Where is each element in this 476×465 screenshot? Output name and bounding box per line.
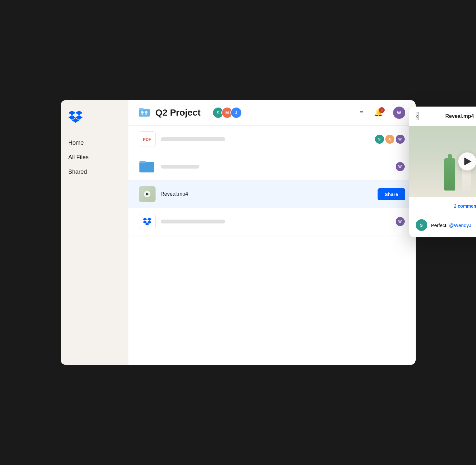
sidebar-item-home[interactable]: Home [68, 137, 121, 149]
dropbox-file-icon-wrap [139, 214, 156, 229]
file-list: PDF S A W [128, 126, 416, 365]
notification-badge: 3 [379, 107, 385, 113]
svg-rect-5 [139, 161, 146, 163]
folder-file-icon [139, 159, 156, 174]
play-button[interactable] [458, 152, 476, 170]
collaborator-avatar-3: J [230, 107, 242, 119]
logo [68, 110, 121, 124]
play-triangle-icon [464, 158, 471, 165]
file-action-area: W [395, 216, 405, 227]
file-name-area [161, 165, 390, 169]
notification-button[interactable]: 🔔 3 [374, 108, 383, 117]
play-icon [144, 191, 150, 197]
file-name-area [161, 137, 369, 141]
comment-user-avatar: S [416, 219, 427, 231]
user-avatar[interactable]: W [393, 107, 405, 119]
file-action-area: Share [378, 188, 405, 200]
file-name-placeholder [161, 220, 225, 223]
file-name-placeholder [161, 137, 225, 141]
menu-icon[interactable]: ≡ [360, 109, 364, 117]
comment-body: Perfect! [431, 222, 448, 228]
video-file-icon [139, 186, 156, 202]
table-row[interactable]: W [128, 208, 416, 235]
svg-rect-0 [139, 109, 150, 117]
main-content: Q2 Project S M J ≡ 🔔 3 W [128, 100, 416, 365]
file-name-area [161, 220, 390, 223]
sidebar-nav: Home All Files Shared [68, 137, 121, 178]
file-action-area: W [395, 161, 405, 172]
sidebar-item-all-files[interactable]: All Files [68, 151, 121, 163]
table-row[interactable]: Reveal.mp4 Share [128, 181, 416, 208]
file-avatar-2: A [385, 134, 395, 144]
comment-mention: @WendyJ [449, 222, 471, 228]
page-title: Q2 Project [156, 108, 201, 118]
file-avatar-1: S [374, 134, 385, 144]
comments-count: 2 comments [416, 203, 476, 209]
sidebar: Home All Files Shared [61, 100, 128, 365]
header-folder-icon [139, 107, 150, 119]
svg-point-3 [145, 111, 147, 114]
file-avatar-1: W [395, 161, 405, 172]
comments-section: 2 comments S Perfect! @WendyJ [409, 197, 476, 237]
comment-text: Perfect! @WendyJ [431, 222, 476, 228]
comment-input-row: S Perfect! @WendyJ [416, 214, 476, 231]
svg-point-2 [141, 111, 144, 114]
file-avatar-3: W [395, 134, 405, 144]
header-collaborators: S M J [212, 107, 242, 119]
table-row[interactable]: PDF S A W [128, 126, 416, 153]
bottle-green [444, 158, 455, 191]
pdf-file-icon: PDF [139, 131, 156, 147]
share-button[interactable]: Share [378, 188, 405, 200]
svg-rect-1 [139, 108, 144, 110]
svg-rect-4 [139, 162, 154, 172]
file-name-placeholder [161, 165, 199, 169]
file-avatar-1: W [395, 216, 405, 227]
file-name: Reveal.mp4 [161, 191, 188, 197]
file-action-area: S A W [374, 134, 405, 144]
back-button[interactable]: ‹ [416, 112, 419, 120]
detail-panel: ‹ Reveal.mp4 ··· 2 comments [409, 107, 476, 237]
header: Q2 Project S M J ≡ 🔔 3 W [128, 100, 416, 126]
sidebar-item-shared[interactable]: Shared [68, 166, 121, 178]
table-row[interactable]: W [128, 153, 416, 181]
video-preview[interactable] [409, 126, 476, 197]
file-name-area: Reveal.mp4 [161, 191, 372, 197]
detail-header: ‹ Reveal.mp4 ··· [409, 107, 476, 126]
detail-title: Reveal.mp4 [423, 113, 476, 119]
